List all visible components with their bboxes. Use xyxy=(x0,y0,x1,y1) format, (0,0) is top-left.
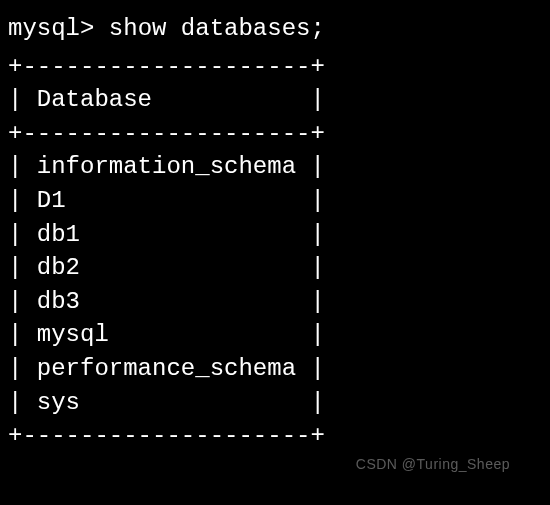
table-row: | mysql | xyxy=(8,318,542,352)
table-row: | sys | xyxy=(8,386,542,420)
table-border-top: +--------------------+ xyxy=(8,50,542,84)
mysql-prompt: mysql> xyxy=(8,15,109,42)
table-row: | performance_schema | xyxy=(8,352,542,386)
table-border-mid: +--------------------+ xyxy=(8,117,542,151)
table-row: | db1 | xyxy=(8,218,542,252)
table-row: | information_schema | xyxy=(8,150,542,184)
watermark: CSDN @Turing_Sheep xyxy=(356,455,510,475)
table-row: | db2 | xyxy=(8,251,542,285)
table-header: | Database | xyxy=(8,83,542,117)
table-row: | db3 | xyxy=(8,285,542,319)
table-border-bottom: +--------------------+ xyxy=(8,419,542,453)
table-row: | D1 | xyxy=(8,184,542,218)
command-line[interactable]: mysql> show databases; xyxy=(8,12,542,46)
sql-command: show databases; xyxy=(109,15,325,42)
